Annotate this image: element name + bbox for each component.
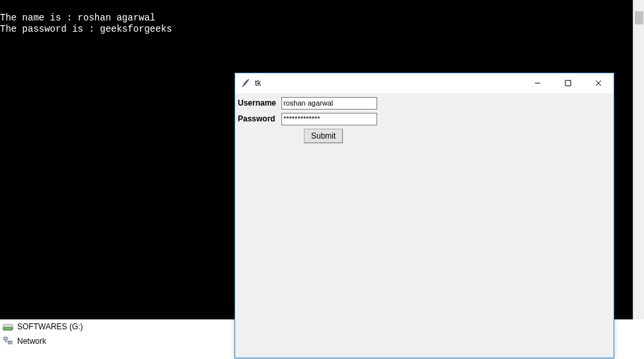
close-button[interactable] xyxy=(583,73,614,93)
maximize-button[interactable] xyxy=(553,73,583,93)
submit-button[interactable]: Submit xyxy=(304,129,343,143)
username-label: Username xyxy=(238,98,281,108)
username-row: Username xyxy=(238,96,611,110)
svg-rect-5 xyxy=(565,81,571,86)
explorer-label: Network xyxy=(17,337,46,346)
drive-icon xyxy=(3,321,13,332)
username-input[interactable] xyxy=(281,97,377,110)
tk-body: Username Password Submit xyxy=(235,93,614,146)
terminal-scrollbar[interactable] xyxy=(633,0,644,319)
scrollbar-thumb[interactable] xyxy=(635,11,643,24)
tk-window: tk Username Password Submit xyxy=(234,73,614,358)
minimize-button[interactable] xyxy=(522,73,553,93)
tk-feather-icon xyxy=(240,78,251,88)
terminal-line: The name is : roshan agarwal xyxy=(0,13,155,23)
explorer-item-network[interactable]: Network xyxy=(0,334,132,348)
window-controls xyxy=(522,73,614,93)
password-label: Password xyxy=(238,114,281,123)
svg-rect-2 xyxy=(4,337,7,340)
tk-titlebar[interactable]: tk xyxy=(235,73,614,93)
terminal-line: The password is : geeksforgeeks xyxy=(0,24,172,34)
explorer-item-softwares[interactable]: SOFTWARES (G:) xyxy=(0,319,132,334)
svg-rect-1 xyxy=(3,327,13,330)
password-input[interactable] xyxy=(281,113,377,125)
explorer-tree: SOFTWARES (G:) Network xyxy=(0,319,132,359)
network-icon xyxy=(3,336,13,346)
submit-row: Submit xyxy=(238,129,611,143)
explorer-label: SOFTWARES (G:) xyxy=(17,322,83,331)
tk-window-title: tk xyxy=(255,79,261,88)
password-row: Password xyxy=(238,112,611,126)
